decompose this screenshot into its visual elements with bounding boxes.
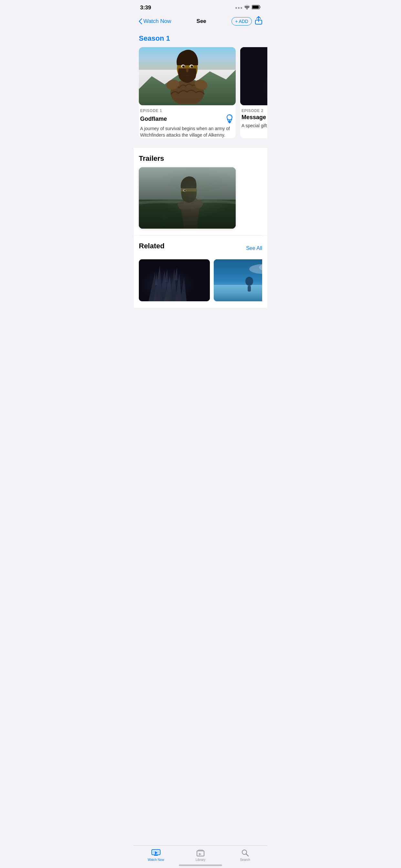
season-section: Season 1 xyxy=(134,30,267,42)
related-card-1[interactable] xyxy=(139,259,210,301)
battery-icon xyxy=(252,5,261,11)
nav-title: See xyxy=(197,18,206,25)
episode-2-thumbnail xyxy=(240,47,267,105)
svg-rect-35 xyxy=(139,259,210,301)
episode-card[interactable]: EPISODE 1 Godflame A journey of survival… xyxy=(139,47,236,138)
add-button[interactable]: + ADD xyxy=(232,17,252,26)
status-bar: 3:39 xyxy=(134,0,267,13)
download-icon[interactable] xyxy=(225,114,235,124)
svg-rect-42 xyxy=(248,286,251,291)
related-card-2[interactable] xyxy=(214,259,262,301)
episode-2-label: EPISODE 2 xyxy=(242,108,267,113)
trailer-thumbnail xyxy=(139,167,236,228)
episode-1-label: EPISODE 1 xyxy=(140,108,235,113)
related-scroll[interactable] xyxy=(139,259,262,305)
trailers-title: Trailers xyxy=(139,154,262,163)
status-time: 3:39 xyxy=(140,4,151,11)
wifi-icon xyxy=(244,5,250,11)
svg-rect-33 xyxy=(163,220,166,226)
svg-point-31 xyxy=(184,190,186,191)
episode-1-title: Godflame xyxy=(140,116,167,122)
svg-point-41 xyxy=(245,277,253,286)
svg-rect-28 xyxy=(139,199,236,228)
svg-rect-2 xyxy=(252,6,259,9)
svg-point-32 xyxy=(162,215,167,220)
back-button[interactable]: Watch Now xyxy=(139,18,171,25)
nav-actions: + ADD xyxy=(232,16,262,27)
episode-1-desc: A journey of survival begins when an arm… xyxy=(140,126,235,138)
trailers-section: Trailers xyxy=(134,148,267,235)
svg-rect-1 xyxy=(260,6,261,8)
see-all-button[interactable]: See All xyxy=(246,245,262,251)
episode-card-2[interactable]: EPISODE 2 Message in... A special gift..… xyxy=(240,47,267,138)
episode-2-desc: A special gift... tension in th... xyxy=(242,123,267,129)
share-button[interactable] xyxy=(255,16,262,27)
season-title: Season 1 xyxy=(139,34,262,42)
svg-rect-39 xyxy=(214,285,262,301)
related-title: Related xyxy=(139,242,164,250)
episode-1-info: EPISODE 1 Godflame A journey of survival… xyxy=(139,105,236,138)
status-icons xyxy=(235,5,261,11)
svg-point-29 xyxy=(181,182,197,200)
nav-bar: Watch Now See + ADD xyxy=(134,13,267,30)
episodes-scroll[interactable]: EPISODE 1 Godflame A journey of survival… xyxy=(134,47,267,145)
episode-2-title: Message in... xyxy=(242,114,267,121)
svg-rect-17 xyxy=(240,47,267,105)
back-label: Watch Now xyxy=(143,18,171,25)
related-section: Related See All xyxy=(134,236,267,308)
episode-2-info: EPISODE 2 Message in... A special gift..… xyxy=(240,105,267,129)
svg-rect-27 xyxy=(139,167,236,228)
related-header: Related See All xyxy=(139,242,262,255)
svg-point-30 xyxy=(183,189,186,192)
add-label: + ADD xyxy=(235,19,248,24)
trailer-card[interactable] xyxy=(139,167,236,228)
signal-dots-icon xyxy=(235,7,242,9)
episode-1-thumbnail xyxy=(139,47,236,105)
